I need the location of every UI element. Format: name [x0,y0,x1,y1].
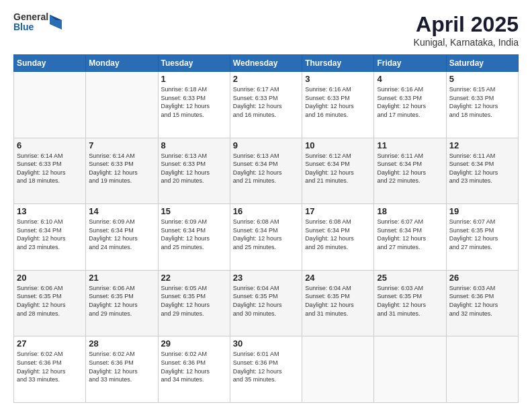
calendar-cell [374,336,446,403]
day-number: 4 [377,74,443,84]
day-info: Sunrise: 6:03 AM Sunset: 6:36 PM Dayligh… [449,284,515,318]
calendar-cell: 16Sunrise: 6:08 AM Sunset: 6:34 PM Dayli… [230,204,302,271]
calendar-cell: 19Sunrise: 6:07 AM Sunset: 6:35 PM Dayli… [446,204,518,271]
day-info: Sunrise: 6:07 AM Sunset: 6:34 PM Dayligh… [377,218,443,251]
calendar-week-row: 1Sunrise: 6:18 AM Sunset: 6:33 PM Daylig… [14,72,519,138]
logo-blue-text: Blue [13,22,48,32]
calendar-week-row: 20Sunrise: 6:06 AM Sunset: 6:35 PM Dayli… [14,270,519,336]
calendar-cell: 9Sunrise: 6:13 AM Sunset: 6:34 PM Daylig… [230,138,302,204]
day-number: 6 [17,140,83,150]
day-info: Sunrise: 6:14 AM Sunset: 6:33 PM Dayligh… [89,152,154,185]
day-number: 2 [233,74,299,84]
day-number: 23 [233,273,299,283]
calendar-cell: 24Sunrise: 6:04 AM Sunset: 6:35 PM Dayli… [302,270,374,336]
day-info: Sunrise: 6:03 AM Sunset: 6:35 PM Dayligh… [377,284,443,318]
day-number: 26 [449,273,515,283]
day-number: 9 [233,140,299,150]
day-number: 25 [377,273,443,283]
day-number: 18 [377,206,443,216]
header: General Blue April 2025 Kunigal, Karnata… [13,12,519,48]
logo-icon [50,15,62,30]
day-number: 22 [161,273,227,283]
day-info: Sunrise: 6:05 AM Sunset: 6:35 PM Dayligh… [161,284,227,318]
day-number: 10 [305,140,371,150]
weekday-header: Saturday [446,55,518,72]
day-info: Sunrise: 6:16 AM Sunset: 6:33 PM Dayligh… [305,85,371,119]
day-number: 19 [449,206,515,216]
svg-marker-0 [50,15,62,30]
day-info: Sunrise: 6:14 AM Sunset: 6:33 PM Dayligh… [17,152,83,185]
calendar-week-row: 6Sunrise: 6:14 AM Sunset: 6:33 PM Daylig… [14,138,519,204]
day-number: 11 [377,140,443,150]
day-number: 5 [449,74,515,84]
calendar-cell: 1Sunrise: 6:18 AM Sunset: 6:33 PM Daylig… [158,72,230,138]
day-info: Sunrise: 6:02 AM Sunset: 6:36 PM Dayligh… [17,350,83,383]
calendar-cell: 29Sunrise: 6:02 AM Sunset: 6:36 PM Dayli… [158,336,230,403]
day-number: 12 [449,140,515,150]
logo-general-text: General [13,12,48,22]
month-title: April 2025 [414,12,519,37]
day-info: Sunrise: 6:11 AM Sunset: 6:34 PM Dayligh… [377,152,443,185]
day-info: Sunrise: 6:06 AM Sunset: 6:35 PM Dayligh… [89,284,154,318]
day-number: 13 [17,206,83,216]
title-block: April 2025 Kunigal, Karnataka, India [414,12,519,48]
location: Kunigal, Karnataka, India [414,37,519,48]
day-number: 28 [89,338,154,349]
calendar-cell: 26Sunrise: 6:03 AM Sunset: 6:36 PM Dayli… [446,270,518,336]
day-number: 21 [89,273,154,283]
calendar-week-row: 13Sunrise: 6:10 AM Sunset: 6:34 PM Dayli… [14,204,519,271]
calendar-cell: 8Sunrise: 6:13 AM Sunset: 6:33 PM Daylig… [158,138,230,204]
calendar-cell: 23Sunrise: 6:04 AM Sunset: 6:35 PM Dayli… [230,270,302,336]
day-info: Sunrise: 6:11 AM Sunset: 6:34 PM Dayligh… [449,152,515,185]
calendar-cell: 6Sunrise: 6:14 AM Sunset: 6:33 PM Daylig… [14,138,86,204]
day-info: Sunrise: 6:13 AM Sunset: 6:33 PM Dayligh… [161,152,227,185]
logo: General Blue [13,12,62,33]
day-info: Sunrise: 6:16 AM Sunset: 6:33 PM Dayligh… [377,85,443,119]
calendar-cell [86,72,158,138]
weekday-header: Monday [86,55,158,72]
calendar-cell: 25Sunrise: 6:03 AM Sunset: 6:35 PM Dayli… [374,270,446,336]
calendar-cell: 20Sunrise: 6:06 AM Sunset: 6:35 PM Dayli… [14,270,86,336]
calendar-cell: 5Sunrise: 6:15 AM Sunset: 6:33 PM Daylig… [446,72,518,138]
day-number: 29 [161,338,227,349]
calendar-cell [446,336,518,403]
weekday-header: Sunday [14,55,86,72]
weekday-header: Thursday [302,55,374,72]
weekday-header: Tuesday [158,55,230,72]
day-number: 27 [17,338,83,349]
calendar-cell: 14Sunrise: 6:09 AM Sunset: 6:34 PM Dayli… [86,204,158,271]
day-info: Sunrise: 6:04 AM Sunset: 6:35 PM Dayligh… [305,284,371,318]
calendar-header-row: SundayMondayTuesdayWednesdayThursdayFrid… [14,55,519,72]
calendar-cell: 30Sunrise: 6:01 AM Sunset: 6:36 PM Dayli… [230,336,302,403]
day-number: 14 [89,206,154,216]
page: General Blue April 2025 Kunigal, Karnata… [0,0,532,411]
day-number: 24 [305,273,371,283]
calendar-cell: 11Sunrise: 6:11 AM Sunset: 6:34 PM Dayli… [374,138,446,204]
day-info: Sunrise: 6:04 AM Sunset: 6:35 PM Dayligh… [233,284,299,318]
day-info: Sunrise: 6:02 AM Sunset: 6:36 PM Dayligh… [89,350,154,383]
day-info: Sunrise: 6:18 AM Sunset: 6:33 PM Dayligh… [161,85,227,119]
day-number: 30 [233,338,299,349]
day-info: Sunrise: 6:15 AM Sunset: 6:33 PM Dayligh… [449,85,515,119]
day-info: Sunrise: 6:13 AM Sunset: 6:34 PM Dayligh… [233,152,299,185]
day-info: Sunrise: 6:17 AM Sunset: 6:33 PM Dayligh… [233,85,299,119]
day-info: Sunrise: 6:01 AM Sunset: 6:36 PM Dayligh… [233,350,299,383]
day-info: Sunrise: 6:12 AM Sunset: 6:34 PM Dayligh… [305,152,371,185]
calendar-cell: 18Sunrise: 6:07 AM Sunset: 6:34 PM Dayli… [374,204,446,271]
day-info: Sunrise: 6:02 AM Sunset: 6:36 PM Dayligh… [161,350,227,383]
calendar-cell: 15Sunrise: 6:09 AM Sunset: 6:34 PM Dayli… [158,204,230,271]
day-info: Sunrise: 6:07 AM Sunset: 6:35 PM Dayligh… [449,218,515,251]
calendar-cell: 17Sunrise: 6:08 AM Sunset: 6:34 PM Dayli… [302,204,374,271]
calendar-cell: 2Sunrise: 6:17 AM Sunset: 6:33 PM Daylig… [230,72,302,138]
day-number: 8 [161,140,227,150]
calendar-cell: 28Sunrise: 6:02 AM Sunset: 6:36 PM Dayli… [86,336,158,403]
weekday-header: Wednesday [230,55,302,72]
day-info: Sunrise: 6:09 AM Sunset: 6:34 PM Dayligh… [89,218,154,251]
calendar-cell: 3Sunrise: 6:16 AM Sunset: 6:33 PM Daylig… [302,72,374,138]
weekday-header: Friday [374,55,446,72]
calendar-cell: 10Sunrise: 6:12 AM Sunset: 6:34 PM Dayli… [302,138,374,204]
calendar-cell [302,336,374,403]
day-number: 7 [89,140,154,150]
day-number: 1 [161,74,227,84]
day-info: Sunrise: 6:08 AM Sunset: 6:34 PM Dayligh… [305,218,371,251]
